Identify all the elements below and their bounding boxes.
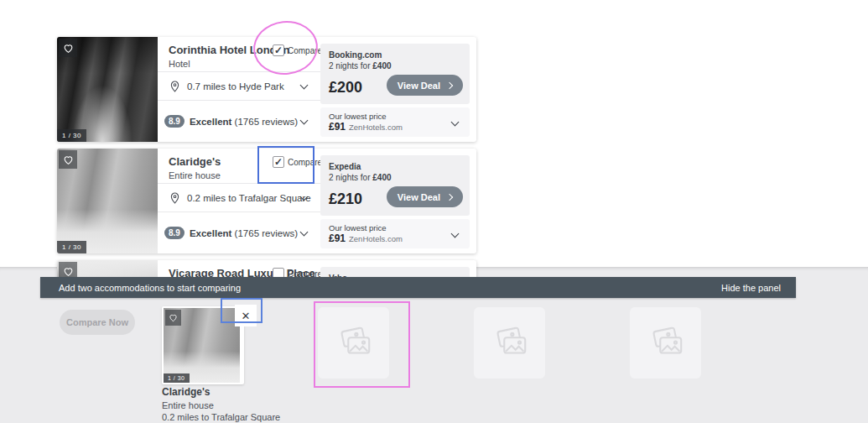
hide-panel-button[interactable]: Hide the panel: [721, 283, 781, 293]
deal-partner: Booking.com: [329, 50, 382, 60]
hotel-card-claridges: 1 / 30 Claridge's Entire house Compare 0…: [57, 149, 476, 253]
rating-text: Excellent (1765 reviews): [190, 117, 298, 127]
rating-score-badge: 8.9: [164, 115, 185, 128]
lowest-partner: ZenHotels.com: [349, 234, 403, 243]
rating-reviews: (1765 reviews): [235, 117, 298, 127]
comparison-status-bar: Add two accommodations to start comparin…: [40, 277, 796, 298]
hotel-name[interactable]: Claridge's: [169, 155, 221, 168]
photo-counter: 1 / 30: [57, 241, 86, 253]
compare-now-button[interactable]: Compare Now: [60, 310, 135, 335]
location-pin-icon: [170, 81, 179, 92]
location-text: 0.2 miles to Trafalgar Square: [187, 193, 311, 203]
page: 1 / 30 Corinthia Hotel London Hotel Comp…: [0, 0, 868, 423]
view-deal-label: View Deal: [398, 192, 440, 202]
image-placeholder-icon: [491, 324, 529, 363]
hotel-type: Hotel: [169, 59, 190, 69]
nights-price: £400: [372, 61, 391, 70]
nights-text: 2 nights for: [329, 61, 370, 70]
hotel-photo[interactable]: 1 / 30: [57, 37, 158, 142]
location-pin-icon: [170, 192, 179, 204]
remove-selection-button[interactable]: ✕: [235, 305, 257, 326]
location-row[interactable]: 0.7 miles to Hyde Park: [158, 71, 320, 101]
selected-hotel-type: Entire house: [162, 400, 214, 410]
hotel-info: Claridge's Entire house Compare 0.2 mile…: [158, 149, 320, 253]
favorite-heart-icon[interactable]: [59, 150, 77, 169]
chevron-right-icon: [446, 81, 453, 88]
compare-toggle[interactable]: Compare: [273, 156, 322, 168]
deal-nights: 2 nights for £400: [329, 173, 392, 182]
comparison-panel: Add two accommodations to start comparin…: [0, 277, 868, 423]
lowest-price: £91: [329, 232, 346, 244]
rating-label: Excellent: [190, 117, 232, 127]
selected-hotel-location: 0.2 miles to Trafalgar Square: [162, 412, 280, 422]
rating-label: Excellent: [190, 228, 232, 238]
lowest-price: £91: [329, 121, 346, 133]
deal-price: £210: [329, 191, 362, 208]
nights-price: £400: [372, 173, 391, 182]
rating-score-badge: 8.9: [164, 227, 185, 239]
compare-label: Compare: [288, 158, 322, 167]
hotel-photo[interactable]: 1 / 30: [57, 149, 158, 253]
selected-hotel-name: Claridge's: [162, 386, 211, 398]
thumbnail-photo: 1 / 30: [164, 308, 240, 383]
favorite-heart-icon: [165, 310, 181, 326]
selected-hotel-thumbnail[interactable]: 1 / 30: [162, 306, 244, 384]
close-icon: ✕: [242, 310, 251, 322]
nights-text: 2 nights for: [329, 173, 370, 182]
lowest-price-box[interactable]: Our lowest price £91ZenHotels.com: [320, 107, 470, 137]
chevron-down-icon[interactable]: [451, 229, 460, 238]
empty-slot[interactable]: [474, 307, 545, 379]
comparison-message: Add two accommodations to start comparin…: [59, 283, 241, 293]
view-deal-button[interactable]: View Deal: [387, 186, 463, 207]
photo-counter: 1 / 30: [164, 373, 190, 383]
location-text: 0.7 miles to Hyde Park: [187, 81, 284, 91]
view-deal-label: View Deal: [398, 81, 440, 91]
deal-price: £200: [329, 79, 362, 97]
chevron-down-icon[interactable]: [451, 118, 460, 126]
chevron-right-icon: [446, 193, 453, 200]
view-deal-button[interactable]: View Deal: [387, 75, 463, 96]
chevron-down-icon[interactable]: [300, 116, 309, 124]
rating-row[interactable]: 8.9 Excellent (1765 reviews): [158, 101, 320, 142]
location-row[interactable]: 0.2 miles to Trafalgar Square: [158, 183, 320, 212]
lowest-price-label: Our lowest price: [329, 223, 387, 232]
compare-toggle[interactable]: Compare: [273, 44, 322, 56]
empty-slot[interactable]: [630, 307, 701, 379]
rating-reviews: (1765 reviews): [235, 228, 298, 238]
lowest-price-box[interactable]: Our lowest price £91ZenHotels.com: [320, 219, 470, 248]
deal-box: Booking.com 2 nights for £400 £200 View …: [320, 44, 470, 104]
hotel-info: Corinthia Hotel London Hotel Compare 0.7…: [158, 37, 320, 142]
image-placeholder-icon: [647, 324, 685, 363]
hotel-name[interactable]: Corinthia Hotel London: [169, 44, 289, 56]
photo-counter: 1 / 30: [57, 129, 86, 142]
lowest-price-label: Our lowest price: [329, 112, 387, 121]
compare-checkbox[interactable]: [273, 156, 284, 168]
image-placeholder-icon: [335, 324, 373, 363]
lowest-price-row: £91ZenHotels.com: [329, 121, 403, 133]
empty-slot[interactable]: [318, 307, 389, 379]
favorite-heart-icon[interactable]: [59, 39, 77, 57]
compare-label: Compare: [288, 46, 322, 55]
compare-checkbox[interactable]: [273, 44, 284, 56]
lowest-price-row: £91ZenHotels.com: [329, 232, 403, 244]
hotel-card-corinthia: 1 / 30 Corinthia Hotel London Hotel Comp…: [57, 37, 476, 142]
chevron-down-icon[interactable]: [300, 81, 309, 89]
hotel-type: Entire house: [169, 170, 221, 180]
chevron-down-icon[interactable]: [300, 227, 309, 236]
deal-box: Expedia 2 nights for £400 £210 View Deal: [320, 155, 470, 216]
lowest-partner: ZenHotels.com: [349, 123, 403, 132]
rating-text: Excellent (1765 reviews): [190, 228, 298, 238]
deal-nights: 2 nights for £400: [329, 61, 392, 70]
rating-row[interactable]: 8.9 Excellent (1765 reviews): [158, 212, 320, 253]
deal-partner: Expedia: [329, 162, 361, 171]
